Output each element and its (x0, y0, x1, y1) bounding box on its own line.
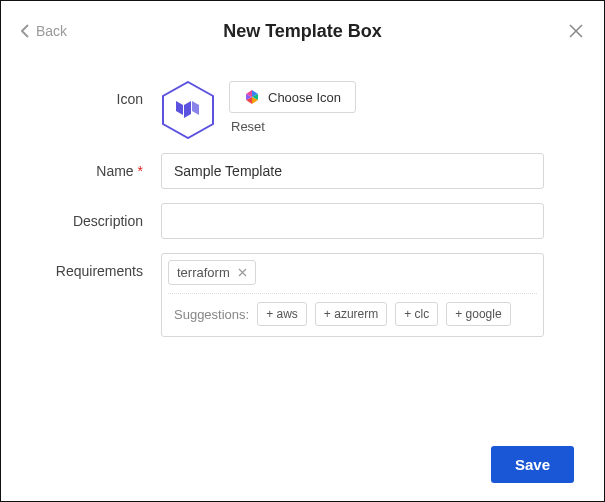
name-label-text: Name (96, 163, 133, 179)
remove-tag-button[interactable] (238, 265, 247, 280)
reset-icon-link[interactable]: Reset (231, 119, 265, 134)
requirements-label: Requirements (1, 253, 161, 279)
requirement-tag: terraform (168, 260, 256, 285)
requirements-row: Requirements terraform Suggestions: + aw… (1, 253, 544, 337)
suggestion-label: azurerm (334, 307, 378, 321)
terraform-icon (161, 81, 215, 139)
form: Icon (1, 53, 604, 337)
save-button[interactable]: Save (491, 446, 574, 483)
modal-dialog: Back New Template Box Icon (0, 0, 605, 502)
requirements-input[interactable]: terraform Suggestions: + aws + azurerm +… (161, 253, 544, 337)
choose-icon-label: Choose Icon (268, 90, 341, 105)
current-icon (161, 81, 215, 139)
icon-row: Icon (1, 81, 544, 139)
back-label: Back (36, 23, 67, 39)
required-mark: * (138, 163, 143, 179)
description-input[interactable] (161, 203, 544, 239)
description-row: Description (1, 203, 544, 239)
modal-footer: Save (491, 446, 574, 483)
close-icon (568, 23, 584, 39)
icon-label: Icon (1, 81, 161, 107)
suggestion-azurerm[interactable]: + azurerm (315, 302, 387, 326)
modal-header: Back New Template Box (1, 1, 604, 53)
close-icon (238, 268, 247, 277)
suggestion-clc[interactable]: + clc (395, 302, 438, 326)
suggestions-label: Suggestions: (174, 307, 249, 322)
suggestion-aws[interactable]: + aws (257, 302, 307, 326)
suggestion-label: clc (415, 307, 430, 321)
name-row: Name * (1, 153, 544, 189)
suggestion-label: aws (277, 307, 298, 321)
chevron-left-icon (21, 24, 30, 38)
name-label: Name * (1, 153, 161, 179)
close-button[interactable] (568, 23, 584, 43)
suggestion-google[interactable]: + google (446, 302, 510, 326)
name-input[interactable] (161, 153, 544, 189)
choose-icon-button[interactable]: Choose Icon (229, 81, 356, 113)
palette-icon (244, 89, 260, 105)
modal-title: New Template Box (1, 21, 604, 42)
back-button[interactable]: Back (21, 23, 67, 39)
suggestions-row: Suggestions: + aws + azurerm + clc + goo… (168, 293, 537, 330)
description-label: Description (1, 203, 161, 229)
requirement-tag-label: terraform (177, 265, 230, 280)
suggestion-label: google (466, 307, 502, 321)
